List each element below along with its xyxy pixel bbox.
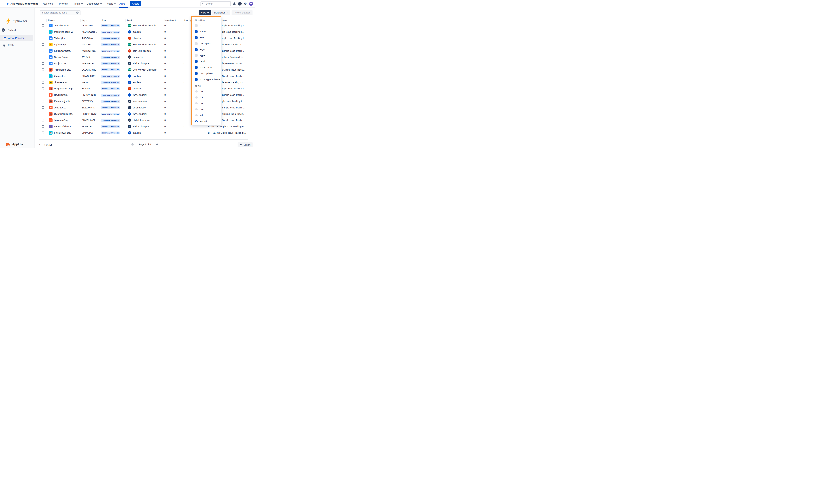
go-back-button[interactable]: ← Go back bbox=[2, 28, 16, 32]
row-checkbox[interactable] bbox=[42, 119, 44, 121]
prev-page-button[interactable] bbox=[131, 143, 134, 146]
column-header-lead: Lead bbox=[126, 19, 163, 22]
row-checkbox[interactable] bbox=[42, 37, 44, 39]
issue-count: 0 bbox=[163, 62, 183, 65]
row-checkbox[interactable] bbox=[42, 24, 44, 27]
issue-count: 0 bbox=[163, 43, 183, 46]
row-checkbox[interactable] bbox=[42, 106, 44, 109]
chevron-down-icon bbox=[54, 3, 55, 4]
column-header-style: Style bbox=[100, 19, 126, 22]
sidebar-item-active-projects[interactable]: Active Projects bbox=[0, 35, 33, 41]
style-badge: COMPANY MANAGED bbox=[101, 50, 120, 52]
row-checkbox[interactable] bbox=[42, 56, 44, 58]
jira-logo-icon bbox=[6, 2, 9, 5]
style-badge: COMPANY MANAGED bbox=[101, 31, 120, 33]
column-toggle-key[interactable]: Key bbox=[192, 35, 221, 41]
row-checkbox[interactable] bbox=[42, 68, 44, 71]
last-updated: - bbox=[183, 132, 203, 134]
table-row[interactable]: ☕ Fiheluohvuc Ltd. BPTVEPW COMPANY MANAG… bbox=[39, 130, 248, 136]
nav-item-filters[interactable]: Filters bbox=[72, 0, 85, 8]
project-filter-input[interactable] bbox=[42, 11, 75, 14]
clear-icon[interactable]: ✕ bbox=[76, 12, 79, 14]
lead-name: Ben Warwick-Champion bbox=[133, 43, 157, 46]
project-key: BDPIORCRL bbox=[80, 62, 100, 65]
nav-item-people[interactable]: People bbox=[104, 0, 117, 8]
view-button[interactable]: View bbox=[199, 10, 211, 15]
row-checkbox[interactable] bbox=[42, 87, 44, 90]
project-wrench-icon: ⚙ bbox=[49, 118, 53, 122]
column-toggle-id[interactable]: ID bbox=[192, 23, 221, 29]
row-checkbox[interactable] bbox=[42, 94, 44, 96]
settings-icon[interactable]: ⚙ bbox=[244, 2, 247, 5]
column-toggle-type[interactable]: Type bbox=[192, 53, 221, 59]
row-checkbox[interactable] bbox=[42, 113, 44, 115]
create-button[interactable]: Create bbox=[130, 1, 141, 6]
column-toggle-style[interactable]: Style bbox=[192, 46, 221, 53]
issue-count: 0 bbox=[163, 87, 183, 90]
export-button[interactable]: Export bbox=[238, 142, 253, 147]
column-toggle-lead[interactable]: Lead bbox=[192, 59, 221, 65]
issue-count: 0 bbox=[163, 24, 183, 27]
row-option-25[interactable]: 25 bbox=[192, 94, 221, 100]
project-name: Marketing Team v2 bbox=[54, 31, 73, 33]
next-page-button[interactable] bbox=[155, 143, 158, 146]
project-key: BIRKIVX bbox=[80, 81, 100, 84]
column-header-name[interactable]: Name▲▼ bbox=[46, 19, 80, 22]
help-icon[interactable]: ? bbox=[238, 2, 242, 6]
bulk-action-button[interactable]: Bulk action bbox=[212, 10, 230, 15]
row-option-100[interactable]: 100 bbox=[192, 106, 221, 112]
project-wallet-icon: ▣ bbox=[49, 81, 53, 84]
row-checkbox[interactable] bbox=[42, 75, 44, 77]
row-option-50[interactable]: 50 bbox=[192, 100, 221, 106]
row-checkbox[interactable] bbox=[42, 100, 44, 102]
radio-unselected-icon bbox=[195, 114, 198, 116]
project-key: BOMKUB bbox=[80, 125, 100, 128]
style-badge: COMPANY MANAGED bbox=[101, 125, 120, 128]
column-header-select bbox=[39, 19, 46, 22]
style-badge: COMPANY MANAGED bbox=[101, 68, 120, 71]
column-header-issue-count[interactable]: Issue Count▲▼ bbox=[163, 19, 183, 22]
style-badge: COMPANY MANAGED bbox=[101, 62, 120, 65]
row-checkbox[interactable] bbox=[42, 50, 44, 52]
sidebar-item-trash[interactable]: Trash bbox=[0, 42, 33, 48]
jira-home-link[interactable]: Jira Work Management bbox=[6, 2, 38, 5]
row-option-10[interactable]: 10 bbox=[192, 88, 221, 94]
row-checkbox[interactable] bbox=[42, 31, 44, 33]
column-toggle-issue-type-scheme[interactable]: Issue Type Scheme bbox=[192, 76, 221, 82]
chevron-down-icon bbox=[126, 3, 127, 4]
row-option-all[interactable]: All bbox=[192, 112, 221, 118]
issue-count: 0 bbox=[163, 75, 183, 77]
column-toggle-last-updated[interactable]: Last Updated bbox=[192, 70, 221, 76]
review-changes-button[interactable]: Review changes bbox=[232, 10, 253, 15]
row-checkbox[interactable] bbox=[42, 62, 44, 65]
row-option-auto-fit[interactable]: Auto-fit bbox=[192, 118, 221, 124]
column-header-key[interactable]: Key▲▼ bbox=[80, 19, 100, 22]
checkbox-checked-icon bbox=[195, 60, 198, 63]
column-toggle-description[interactable]: Description bbox=[192, 40, 221, 46]
app-switcher-icon[interactable] bbox=[2, 2, 4, 5]
notifications-icon[interactable] bbox=[233, 2, 236, 5]
fox-icon bbox=[6, 142, 11, 146]
global-search-input[interactable] bbox=[206, 2, 229, 5]
column-toggle-name[interactable]: Name bbox=[192, 29, 221, 35]
nav-item-your-work[interactable]: Your work bbox=[40, 0, 57, 8]
row-checkbox[interactable] bbox=[42, 125, 44, 128]
nav-item-dashboards[interactable]: Dashboards bbox=[85, 0, 104, 8]
project-vinyl-record-icon: ◉ bbox=[49, 68, 53, 72]
row-checkbox[interactable] bbox=[42, 132, 44, 134]
row-checkbox[interactable] bbox=[42, 43, 44, 46]
nav-item-apps[interactable]: Apps bbox=[118, 0, 129, 8]
project-key: BHWSUMRN bbox=[80, 75, 100, 77]
toolbar-actions: View Bulk action Review changes bbox=[199, 10, 253, 15]
nav-item-projects[interactable]: Projects bbox=[57, 0, 72, 8]
global-search[interactable] bbox=[200, 1, 231, 6]
issue-count: 0 bbox=[163, 37, 183, 40]
avatar[interactable]: JR bbox=[249, 2, 253, 6]
project-key: BKZZJHPPK bbox=[80, 106, 100, 109]
row-checkbox[interactable] bbox=[42, 81, 44, 84]
style-badge: COMPANY MANAGED bbox=[101, 87, 120, 90]
project-filter[interactable]: ✕ bbox=[40, 10, 80, 15]
project-name: Juupobejani Inc. bbox=[54, 24, 71, 27]
radio-selected-icon bbox=[195, 120, 198, 122]
column-toggle-issue-count[interactable]: Issue Count bbox=[192, 65, 221, 71]
